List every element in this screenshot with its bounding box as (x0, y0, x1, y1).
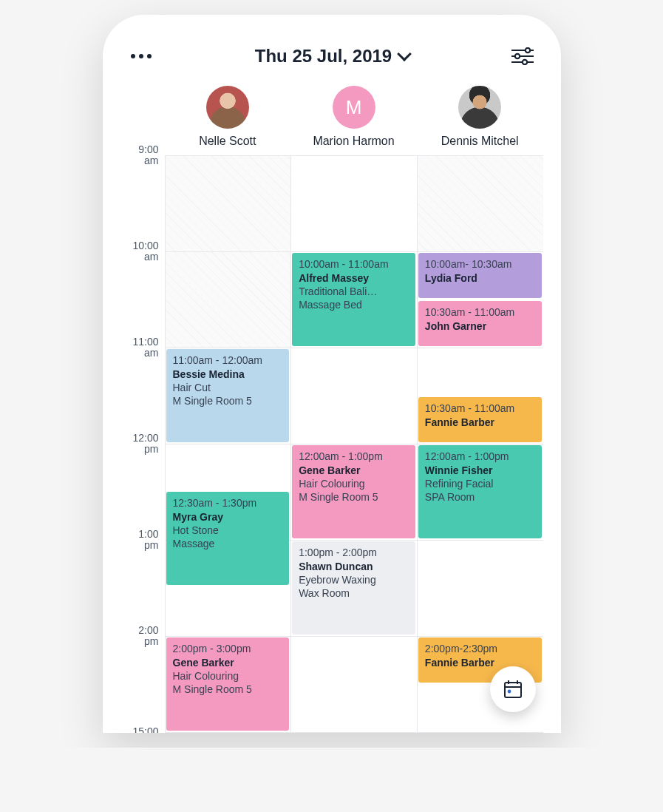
avatar (458, 86, 501, 129)
more-icon[interactable] (126, 50, 156, 63)
calendar-grid: 9:00am10:00am11:00am12:00pm1:00pm2:00pm1… (120, 155, 543, 733)
appointment-client: Gene Barker (299, 464, 409, 478)
appointment[interactable]: 12:30am - 1:30pmMyra GrayHot StoneMassag… (166, 492, 290, 585)
appointment-time: 11:00am - 12:00am (173, 354, 283, 368)
time-label: 12:00pm (132, 433, 158, 456)
time-label: 15:00 (132, 726, 158, 733)
appointment[interactable]: 10:00am - 11:00amAlfred MasseyTraditiona… (292, 253, 415, 346)
calendar-icon (502, 678, 524, 700)
appointment-time: 12:30am - 1:30pm (173, 497, 283, 510)
appointment-time: 10:00am- 10:30am (425, 258, 535, 271)
time-label: 1:00pm (138, 529, 158, 552)
calendar-fab-button[interactable] (490, 666, 536, 712)
staff-column-header[interactable]: Nelle Scott (165, 86, 291, 148)
appointment-client: John Garner (425, 320, 535, 334)
svg-point-4 (515, 54, 520, 58)
appointment-time: 1:00pm - 2:00pm (299, 547, 409, 560)
appointment[interactable]: 10:30am - 11:00amFannie Barber (418, 397, 542, 442)
staff-header-row: Nelle Scott M Marion Harmon Dennis Mitch… (120, 86, 543, 148)
appointment[interactable]: 10:30am - 11:00amJohn Garner (418, 301, 542, 346)
appointment-room: M Single Room 5 (173, 395, 283, 408)
appointment-time: 12:00am - 1:00pm (425, 450, 535, 464)
appointment[interactable]: 1:00pm - 2:00pmShawn DuncanEyebrow Waxin… (292, 541, 415, 635)
app-screen: Thu 25 Jul, 2019 Nelle Scott M Marion Ha… (103, 15, 561, 733)
appointment-room: Wax Room (299, 587, 409, 600)
appointment-client: Shawn Duncan (299, 561, 409, 574)
appointment[interactable]: 12:00am - 1:00pmGene BarkerHair Colourin… (292, 445, 415, 538)
current-date: Thu 25 Jul, 2019 (255, 46, 392, 67)
appointment-client: Fannie Barber (425, 416, 535, 430)
staff-column[interactable]: 10:00am- 10:30amLydia Ford10:30am - 11:0… (417, 155, 543, 733)
avatar (206, 86, 249, 129)
appointment-client: Bessie Medina (173, 368, 283, 382)
appointment-client: Myra Gray (173, 511, 283, 524)
appointment-time: 2:00pm - 3:00pm (173, 643, 283, 656)
staff-column-header[interactable]: Dennis Mitchel (417, 86, 543, 148)
appointment-time: 2:00pm-2:30pm (425, 643, 535, 656)
time-label: 10:00am (132, 240, 158, 263)
appointment-service: Eyebrow Waxing (299, 574, 409, 587)
appointment-service: Traditional Bali… (299, 285, 409, 299)
appointment[interactable]: 2:00pm - 3:00pmGene BarkerHair Colouring… (166, 637, 290, 731)
appointment-client: Alfred Massey (299, 272, 409, 285)
appointment-service: Hot Stone (173, 524, 283, 538)
appointment-client: Gene Barker (173, 657, 283, 670)
appointment-layers: 11:00am - 12:00amBessie MedinaHair CutM … (165, 155, 543, 733)
appointment-time: 10:30am - 11:00am (425, 402, 535, 416)
appointment-room: M Single Room 5 (173, 683, 283, 697)
time-label: 2:00pm (138, 625, 158, 648)
avatar: M (333, 86, 375, 129)
appointment-room: Massage Bed (299, 299, 409, 312)
staff-name: Marion Harmon (313, 135, 394, 148)
appointment-client: Winnie Fisher (425, 464, 535, 478)
staff-column[interactable]: 10:00am - 11:00amAlfred MasseyTraditiona… (290, 155, 417, 733)
date-picker-toggle[interactable]: Thu 25 Jul, 2019 (255, 46, 409, 67)
svg-point-10 (507, 690, 511, 694)
appointment[interactable]: 12:00am - 1:00pmWinnie FisherRefining Fa… (418, 445, 542, 538)
filter-icon[interactable] (509, 44, 537, 68)
appointment[interactable]: 10:00am- 10:30amLydia Ford (418, 253, 542, 298)
time-label: 9:00am (138, 144, 158, 167)
appointment-time: 10:00am - 11:00am (299, 258, 409, 271)
appointment[interactable]: 11:00am - 12:00amBessie MedinaHair CutM … (166, 349, 290, 442)
staff-column[interactable]: 11:00am - 12:00amBessie MedinaHair CutM … (165, 155, 291, 733)
appointment-time: 10:30am - 11:00am (425, 306, 535, 319)
header-bar: Thu 25 Jul, 2019 (120, 35, 543, 86)
appointment-client: Lydia Ford (425, 272, 535, 285)
svg-rect-6 (505, 683, 521, 697)
staff-name: Dennis Mitchel (441, 135, 519, 148)
svg-point-5 (523, 60, 527, 64)
appointment-service: Hair Colouring (299, 478, 409, 491)
chevron-down-icon (397, 47, 412, 61)
appointment-time: 12:00am - 1:00pm (299, 450, 409, 464)
staff-name: Nelle Scott (199, 135, 256, 148)
appointment-room: SPA Room (425, 491, 535, 504)
appointment-service: Hair Cut (173, 382, 283, 395)
appointment-room: Massage (173, 538, 283, 551)
appointment-room: M Single Room 5 (299, 491, 409, 504)
svg-point-3 (526, 48, 530, 53)
staff-column-header[interactable]: M Marion Harmon (290, 86, 417, 148)
appointment-service: Hair Colouring (173, 670, 283, 683)
appointment-service: Refining Facial (425, 478, 535, 491)
time-label: 11:00am (132, 336, 158, 359)
